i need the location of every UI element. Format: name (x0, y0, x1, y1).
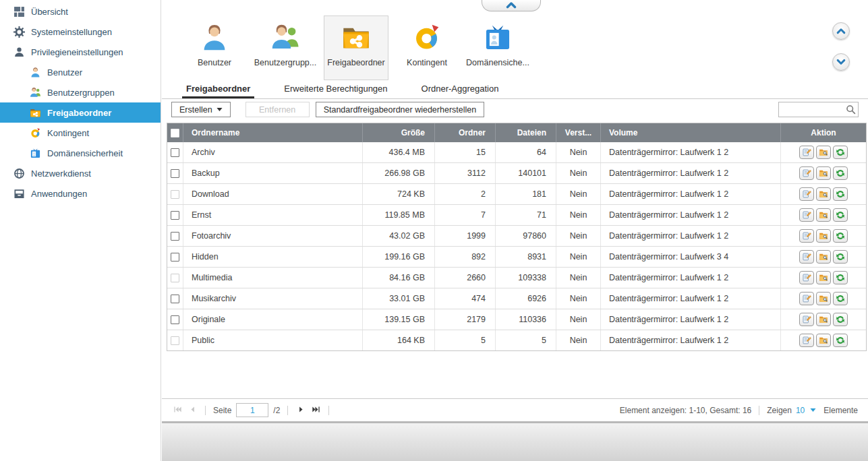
table-row[interactable]: Multimedia84.16 GB2660109338NeinDatenträ… (167, 268, 866, 288)
select-all-header[interactable] (167, 123, 183, 142)
tab-freigabeordner[interactable]: Freigabeordner (182, 80, 254, 98)
refresh-button[interactable] (833, 334, 848, 347)
folder-properties-button[interactable] (816, 166, 831, 180)
sidebar-item-benutzer[interactable]: Benutzer (0, 62, 161, 82)
sidebar-item-privilegieneinstellungen[interactable]: Privilegieneinstellungen (0, 42, 161, 62)
last-page-button[interactable] (310, 405, 321, 416)
cell-name: Musikarchiv (183, 288, 362, 309)
column-header-folders[interactable]: Ordner (434, 123, 495, 142)
ribbon-item-kontingent[interactable]: Kontingent (395, 16, 459, 80)
folder-properties-button[interactable] (816, 250, 831, 264)
restore-default-folders-button[interactable]: Standardfreigabeordner wiederherstellen (316, 102, 485, 117)
row-checkbox[interactable] (171, 253, 179, 262)
select-all-checkbox[interactable] (171, 129, 179, 137)
folder-properties-button[interactable] (816, 229, 831, 243)
edit-button[interactable] (799, 187, 814, 201)
row-checkbox[interactable] (171, 232, 179, 241)
page-number-input[interactable] (236, 403, 268, 417)
tab-ordner-aggregation[interactable]: Ordner-Aggregation (417, 80, 503, 98)
refresh-button[interactable] (833, 146, 848, 159)
edit-button[interactable] (799, 250, 814, 264)
table-row[interactable]: Musikarchiv33.01 GB4746926NeinDatenträge… (167, 288, 866, 309)
ribbon-item-benutzer[interactable]: Benutzer (182, 16, 247, 80)
ribbon-item-domanensiche[interactable]: Domänensiche... (465, 16, 530, 80)
edit-button[interactable] (799, 271, 814, 284)
folder-properties-button[interactable] (816, 313, 831, 326)
refresh-button[interactable] (833, 250, 848, 264)
table-row[interactable]: Backup266.98 GB3112140101NeinDatenträger… (167, 163, 866, 184)
sidebar-item-netzwerkdienst[interactable]: Netzwerkdienst (0, 163, 161, 183)
domain-security-icon (30, 148, 41, 159)
edit-button[interactable] (799, 334, 814, 347)
column-header-size[interactable]: Größe (362, 123, 434, 142)
ribbon-item-benutzergrupp[interactable]: Benutzergrupp... (253, 16, 318, 80)
table-row[interactable]: Public164 KB55NeinDatenträgermirror: Lau… (167, 330, 866, 350)
edit-button[interactable] (799, 208, 814, 222)
folder-properties-button[interactable] (816, 146, 831, 159)
sidebar-item-freigabeordner[interactable]: Freigabeordner (0, 102, 161, 123)
folder-properties-button[interactable] (816, 292, 831, 305)
table-row[interactable]: Download724 KB2181NeinDatenträgermirror:… (167, 184, 866, 205)
edit-button[interactable] (799, 229, 814, 243)
scroll-up-button[interactable] (832, 22, 850, 40)
folder-properties-button[interactable] (816, 187, 831, 201)
cell-folders: 892 (434, 247, 495, 267)
folder-properties-button[interactable] (816, 334, 831, 347)
column-header-hidden[interactable]: Verst... (556, 123, 600, 142)
cell-name: Public (183, 330, 362, 350)
sidebar-item-ubersicht[interactable]: Übersicht (0, 1, 161, 22)
row-checkbox-cell (167, 226, 183, 246)
edit-button[interactable] (799, 166, 814, 180)
table-row[interactable]: Originale139.15 GB2179110336NeinDatenträ… (167, 309, 866, 330)
folder-properties-button[interactable] (816, 208, 831, 222)
row-checkbox-cell (167, 330, 183, 350)
edit-button[interactable] (799, 313, 814, 326)
row-checkbox[interactable] (171, 295, 179, 303)
table-row[interactable]: Fotoarchiv43.02 GB199997860NeinDatenträg… (167, 226, 866, 247)
refresh-button[interactable] (833, 292, 848, 305)
refresh-button[interactable] (833, 187, 848, 201)
cell-folders: 15 (434, 142, 495, 162)
refresh-button[interactable] (833, 208, 848, 222)
row-checkbox[interactable] (171, 211, 179, 220)
column-header-volume[interactable]: Volume (600, 123, 780, 142)
row-checkbox[interactable] (171, 169, 179, 178)
row-checkbox[interactable] (171, 315, 179, 324)
create-button-label: Erstellen (179, 105, 212, 115)
page-size-caret-down-icon[interactable] (810, 408, 816, 412)
edit-icon (802, 315, 811, 324)
sidebar-item-label: Freigabeordner (47, 108, 111, 118)
sidebar-item-domanensicherheit[interactable]: Domänensicherheit (0, 143, 161, 163)
edit-button[interactable] (799, 292, 814, 305)
cell-files: 110336 (495, 309, 556, 330)
search-icon[interactable] (845, 104, 857, 115)
sidebar-item-benutzergruppen[interactable]: Benutzergruppen (0, 82, 161, 102)
collapse-panel-button[interactable] (482, 0, 541, 11)
sidebar-item-kontingent[interactable]: Kontingent (0, 123, 161, 143)
cell-action (780, 247, 866, 267)
ribbon-item-freigabeordner[interactable]: Freigabeordner (324, 16, 388, 80)
column-header-files[interactable]: Dateien (495, 123, 556, 142)
edit-button[interactable] (799, 146, 814, 159)
cell-volume: Datenträgermirror: Laufwerk 1 2 (600, 205, 780, 225)
remove-button[interactable]: Entfernen (245, 102, 310, 117)
column-header-name[interactable]: Ordnername (183, 123, 362, 142)
table-row[interactable]: Archiv436.4 MB1564NeinDatenträgermirror:… (167, 142, 866, 163)
refresh-button[interactable] (833, 229, 848, 243)
refresh-button[interactable] (833, 166, 848, 180)
sidebar-item-systemeinstellungen[interactable]: Systemeinstellungen (0, 22, 161, 42)
row-checkbox[interactable] (171, 148, 179, 157)
create-button[interactable]: Erstellen (171, 102, 231, 117)
sidebar-item-label: Anwendungen (31, 189, 87, 199)
refresh-button[interactable] (833, 313, 848, 326)
folder-properties-button[interactable] (816, 271, 831, 284)
tab-erweiterte-berechtigungen[interactable]: Erweiterte Berechtigungen (280, 80, 391, 98)
next-page-button[interactable] (295, 405, 306, 416)
refresh-button[interactable] (833, 271, 848, 284)
sidebar-item-anwendungen[interactable]: Anwendungen (0, 183, 161, 204)
table-row[interactable]: Hidden199.16 GB8928931NeinDatenträgermir… (167, 247, 866, 268)
page-size-value[interactable]: 10 (796, 406, 805, 415)
prev-page-icon (188, 405, 197, 416)
table-row[interactable]: Ernst119.85 MB771NeinDatenträgermirror: … (167, 205, 866, 226)
scroll-down-button[interactable] (832, 53, 850, 71)
